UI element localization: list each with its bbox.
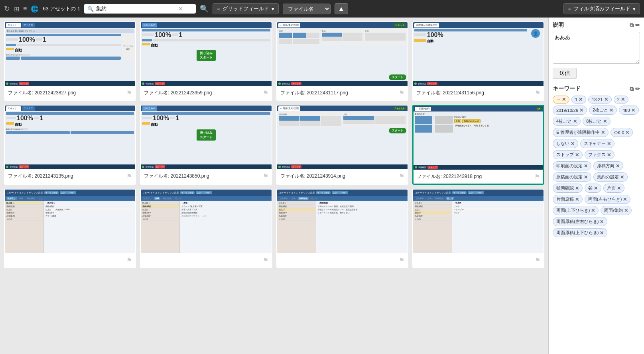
asset-card-9[interactable]: コピー/ドキュメントボックス設定 すべてを検索 設定トップ展へ 読み取り 原稿 … — [4, 189, 136, 268]
keyword-tag-text: 原稿面の設定 — [556, 174, 583, 180]
description-header: 説明 ⧉ ✏ — [553, 22, 640, 29]
flag-icon-6[interactable]: ⚑ — [263, 172, 268, 180]
keyword-tag-remove[interactable]: ✕ — [575, 186, 579, 191]
description-copy-icon[interactable]: ⧉ — [630, 22, 634, 29]
keyword-tag-remove[interactable]: ✕ — [579, 97, 583, 102]
description-section: 説明 ⧉ ✏ あああ 送信 — [553, 22, 640, 79]
keyword-tag: 両面(左右ひらき)✕ — [585, 195, 630, 204]
keyword-tag-text: スキャナー — [584, 141, 606, 147]
main-layout: スキャナー ファクス 取り込む前に確認してください 100% — [0, 18, 644, 354]
keyword-tag-remove[interactable]: ✕ — [620, 175, 624, 180]
send-button[interactable]: 送信 — [553, 68, 577, 79]
keyword-tag-remove[interactable]: ✕ — [600, 219, 604, 224]
asset-card-6[interactable]: 折り込み中 100% 1 — [140, 105, 272, 185]
keyword-tag-text: ストップ — [556, 152, 574, 158]
keyword-tag-text: 原稿方向 — [597, 163, 614, 169]
search-input[interactable] — [96, 6, 176, 12]
asset-footer-3: ファイル名: 202212431117.png ⚑ — [277, 86, 408, 100]
grid-field-chevron: ▾ — [272, 6, 274, 12]
asset-footer-4: ファイル名: 202212431156.png ⚑ — [413, 86, 544, 100]
keyword-tag-remove[interactable]: ✕ — [573, 119, 577, 124]
flag-icon-5[interactable]: ⚑ — [126, 172, 132, 180]
asset-card-10[interactable]: コピー/ドキュメントボックス設定 すべてを検索 設定トップ展へ 読み取り 原稿 … — [140, 189, 272, 268]
keywords-edit-icon[interactable]: ✏ — [635, 86, 640, 92]
sort-field-select[interactable]: ファイル名 — [283, 4, 331, 14]
asset-card-12[interactable]: コピー/ドキュメントボックス設定 すべてを検索 設定トップ展へ 読み取り 原稿 … — [412, 189, 544, 268]
keyword-tag-remove[interactable]: ✕ — [603, 119, 607, 124]
asset-thumbnail-12: コピー/ドキュメントボックス設定 すべてを検索 設定トップ展へ 読み取り 原稿 … — [413, 190, 544, 253]
asset-thumbnail-2: 折り込み中 100% 1 — [141, 22, 271, 86]
grid-view-icon[interactable]: ⊞ — [14, 5, 19, 13]
sort-direction-button[interactable]: ▲ — [335, 3, 348, 14]
asset-card-2[interactable]: 折り込み中 100% 1 — [140, 22, 272, 101]
flag-icon-3[interactable]: ⚑ — [399, 89, 404, 97]
keyword-tag-remove[interactable]: ✕ — [631, 108, 635, 113]
flag-icon-11[interactable]: ⚑ — [399, 256, 404, 264]
keyword-tag-remove[interactable]: ✕ — [584, 175, 588, 180]
keyword-tag-text: 両面(左右ひらき) — [588, 196, 622, 202]
grid-lines-icon: ≡ — [217, 6, 220, 12]
asset-card-1[interactable]: スキャナー ファクス 取り込む前に確認してください 100% — [4, 22, 136, 101]
keyword-tag-remove[interactable]: ✕ — [601, 130, 605, 135]
search-prefix-icon: 🔍 — [87, 6, 94, 12]
asset-grid-rows: スキャナー ファクス 取り込む前に確認してください 100% — [4, 22, 544, 268]
keyword-tag-text: 印刷面の設定 — [556, 163, 583, 169]
asset-thumbnail-5: スキャナー ファクス 100% — [5, 106, 135, 169]
keyword-tag: 13:21✕ — [588, 96, 612, 104]
asset-filename-6: ファイル名: 20221243850.png — [144, 173, 209, 180]
search-clear-icon[interactable]: ✕ — [178, 6, 183, 12]
keyword-tag-remove[interactable]: ✕ — [617, 186, 621, 191]
description-textarea[interactable]: あああ — [553, 32, 640, 64]
keywords-section: キーワード ⧉ ✏ →✕1✕13:21✕2✕2019/10/26✕2枚ごと✕48… — [553, 85, 640, 237]
asset-card-3[interactable]: ← 両面/集約/分割 リセット 両面 — [276, 22, 408, 101]
keyword-tag-remove[interactable]: ✕ — [604, 97, 608, 102]
asset-card-7[interactable]: ← 両面/集約/分割 3 あと込み 両面枚数 — [276, 105, 408, 185]
flag-icon-12[interactable]: ⚑ — [535, 256, 540, 264]
search-submit-icon[interactable]: 🔍 — [200, 4, 209, 13]
keyword-tag-remove[interactable]: ✕ — [609, 108, 613, 113]
flag-icon-8[interactable]: ⚑ — [534, 173, 540, 180]
flag-icon-10[interactable]: ⚑ — [263, 256, 268, 264]
keyword-tag-remove[interactable]: ✕ — [600, 231, 604, 235]
keyword-tag-remove[interactable]: ✕ — [607, 153, 611, 157]
keyword-tag-remove[interactable]: ✕ — [575, 153, 579, 157]
keyword-tag-remove[interactable]: ✕ — [616, 164, 620, 168]
grid-field-button[interactable]: ≡ グリッドフィールド ▾ — [213, 3, 279, 14]
description-edit-icon[interactable]: ✏ — [635, 22, 640, 29]
asset-card-5[interactable]: スキャナー ファクス 100% — [4, 105, 136, 185]
keyword-tag-remove[interactable]: ✕ — [621, 97, 625, 102]
flag-icon-1[interactable]: ⚑ — [126, 89, 132, 97]
keyword-tag-remove[interactable]: ✕ — [584, 164, 588, 168]
keywords-copy-icon[interactable]: ⧉ — [630, 86, 634, 92]
keyword-tag: 片面✕ — [603, 184, 624, 193]
search-box: 🔍 ✕ — [84, 4, 196, 14]
flag-icon-2[interactable]: ⚑ — [263, 89, 268, 97]
keyword-tag-remove[interactable]: ✕ — [591, 208, 595, 213]
keyword-tag-remove[interactable]: ✕ — [594, 186, 598, 191]
asset-card-11[interactable]: コピー/ドキュメントボックス設定 すべてを検索 設定トップ展へ 読み取り 原稿 … — [276, 189, 408, 268]
keyword-tag-remove[interactable]: ✕ — [579, 108, 583, 113]
keyword-tag-remove[interactable]: ✕ — [607, 141, 611, 146]
list-view-icon[interactable]: ≡ — [23, 5, 27, 12]
asset-card-4[interactable]: 管理者が遠隔操作中 100% — [412, 22, 544, 101]
flag-icon-7[interactable]: ⚑ — [399, 172, 404, 180]
keyword-tag-text: 13:21 — [592, 97, 603, 102]
refresh-icon[interactable]: ↻ — [4, 4, 10, 13]
flag-icon-9[interactable]: ⚑ — [126, 256, 132, 264]
asset-card-8[interactable]: ← 両面/集約 OK 集約の設定 → — [412, 105, 544, 185]
keyword-tag: 集約の設定✕ — [593, 172, 628, 182]
keyword-tag-text: 2枚ごと — [593, 107, 608, 113]
keyword-tag-remove[interactable]: ✕ — [575, 197, 579, 202]
filter-button[interactable]: ≡ フィルタ済みフィールド ▾ — [563, 3, 640, 14]
asset-count: 63 アセットの 1 — [43, 5, 80, 12]
keyword-tag-remove[interactable]: ✕ — [625, 130, 629, 135]
keyword-tag-remove[interactable]: ✕ — [623, 197, 627, 202]
keyword-tag-remove[interactable]: ✕ — [571, 141, 575, 146]
asset-filename-4: ファイル名: 202212431156.png — [416, 90, 484, 96]
asset-footer-12: ⚑ — [413, 253, 544, 267]
keyword-tag-remove[interactable]: ✕ — [562, 97, 566, 102]
flag-icon-4[interactable]: ⚑ — [535, 89, 540, 97]
keyword-tag-remove[interactable]: ✕ — [624, 208, 628, 213]
asset-thumbnail-1: スキャナー ファクス 取り込む前に確認してください 100% — [5, 22, 135, 86]
filter-label: フィルタ済みフィールド — [573, 5, 630, 12]
